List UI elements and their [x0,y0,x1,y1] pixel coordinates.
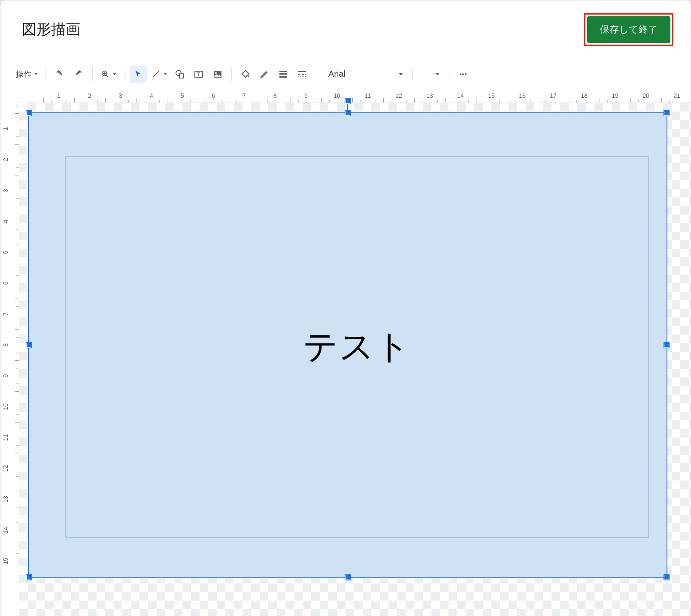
font-size-select[interactable] [418,66,444,83]
ruler-label: 11 [2,434,9,441]
workspace: 123456789101112131415 123456789101112131… [0,89,691,616]
ruler-label: 3 [119,92,122,99]
resize-handle-w[interactable] [26,343,31,348]
pencil-icon [259,69,270,79]
drawing-canvas[interactable]: テスト [19,103,691,616]
ruler-label: 7 [242,92,246,99]
svg-line-4 [153,71,159,77]
line-icon [151,69,161,79]
ruler-label: 3 [2,189,9,192]
ruler-label: 20 [643,92,649,99]
svg-line-1 [106,75,109,77]
ruler-label: 10 [333,92,340,99]
ruler-label: 5 [2,251,9,254]
horizontal-ruler[interactable]: 123456789101112131415161718192021 [19,89,691,103]
svg-rect-6 [179,74,184,78]
chevron-down-icon [435,73,439,75]
redo-icon [73,69,84,80]
ruler-label: 8 [273,92,277,99]
ruler-label: 11 [364,92,371,99]
resize-handle-se[interactable] [664,575,669,580]
ruler-label: 15 [2,558,9,565]
border-color-button[interactable] [256,66,273,83]
ruler-label: 8 [2,343,9,347]
textbox-tool-button[interactable]: T [190,66,207,83]
ruler-label: 1 [57,92,61,99]
toolbar: 操作 T [0,59,691,89]
ruler-label: 4 [2,220,9,223]
svg-text:T: T [197,72,200,78]
ruler-label: 1 [2,127,9,130]
separator [231,68,232,81]
select-tool-button[interactable] [130,66,147,83]
ruler-label: 17 [550,92,557,99]
image-tool-button[interactable] [209,66,226,83]
ruler-label: 21 [673,92,680,99]
dialog-title: 図形描画 [22,20,80,39]
border-weight-button[interactable] [275,66,292,83]
resize-handle-s[interactable] [345,575,350,580]
paint-bucket-icon [240,69,251,79]
ruler-label: 2 [2,158,9,161]
ruler-label: 9 [2,374,9,377]
drawing-dialog: 図形描画 保存して終了 操作 T [0,0,691,616]
save-and-close-button[interactable]: 保存して終了 [587,16,670,43]
canvas-column: 123456789101112131415161718192021 テスト [19,89,691,616]
resize-handle-ne[interactable] [664,111,669,116]
ruler-label: 18 [581,92,588,99]
svg-rect-14 [279,76,287,78]
ruler-label: 2 [88,92,91,99]
svg-point-19 [462,73,464,75]
fill-color-button[interactable] [237,66,254,83]
separator [412,68,413,81]
line-tool-button[interactable] [149,66,170,83]
resize-handle-n[interactable] [345,111,350,116]
actions-menu-button[interactable]: 操作 [13,66,40,83]
cursor-icon [133,69,143,79]
ruler-label: 7 [2,312,9,316]
svg-rect-12 [279,71,287,72]
dialog-header: 図形描画 保存して終了 [0,0,691,59]
textbox-icon: T [194,69,204,79]
svg-point-20 [465,73,467,75]
resize-handle-e[interactable] [664,343,669,348]
more-tools-button[interactable] [455,66,472,83]
save-button-highlight: 保存して終了 [584,13,673,46]
ruler-label: 12 [395,92,402,99]
shape-icon [175,69,185,79]
zoom-button[interactable] [98,66,119,83]
actions-menu-label: 操作 [16,69,31,79]
selected-shape[interactable]: テスト [28,112,667,578]
ruler-label: 6 [212,92,215,99]
redo-button[interactable] [70,66,87,83]
ruler-label: 14 [2,527,9,534]
separator [124,68,124,81]
zoom-icon [100,69,110,79]
ruler-label: 13 [426,92,433,99]
font-family-select[interactable]: Arial [321,66,407,83]
undo-button[interactable] [51,66,68,83]
separator [45,68,46,81]
image-icon [212,69,223,79]
font-family-label: Arial [328,69,346,79]
border-dash-button[interactable] [294,66,311,83]
ruler-label: 15 [488,92,495,99]
shape-tool-button[interactable] [171,66,188,83]
resize-handle-nw[interactable] [26,111,31,116]
resize-handle-sw[interactable] [26,575,31,580]
more-horizontal-icon [458,69,468,79]
svg-point-10 [215,72,217,74]
separator [316,68,316,81]
rotation-handle[interactable] [345,99,350,104]
separator [449,68,449,81]
ruler-label: 4 [150,92,153,99]
ruler-label: 12 [2,465,9,472]
svg-rect-13 [279,73,287,75]
shape-text-frame: テスト [65,156,649,538]
vertical-ruler[interactable]: 123456789101112131415 [0,89,19,616]
ruler-label: 13 [2,496,9,503]
ruler-label: 16 [519,92,526,99]
line-weight-icon [278,69,288,79]
ruler-label: 14 [457,92,464,99]
separator [92,68,93,81]
